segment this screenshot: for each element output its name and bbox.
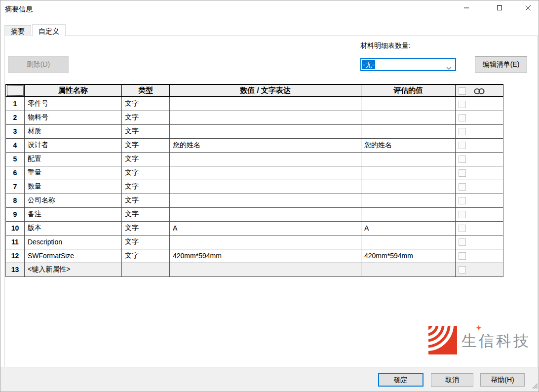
cancel-button[interactable]: 取消: [431, 373, 473, 387]
row-number-cell[interactable]: 7: [6, 180, 25, 194]
properties-table-body: 1零件号文字2物料号文字3材质文字4设计者文字您的姓名您的姓名5配置文字6重量文…: [6, 97, 503, 276]
property-value-cell[interactable]: [170, 152, 361, 166]
property-value-cell[interactable]: 您的姓名: [170, 138, 361, 152]
link-checkbox[interactable]: [459, 211, 466, 218]
property-name-cell[interactable]: SWFormatSize: [25, 249, 122, 263]
property-value-cell[interactable]: [170, 124, 361, 138]
link-checkbox[interactable]: [459, 225, 466, 232]
property-value-cell[interactable]: [170, 111, 361, 124]
row-number-cell[interactable]: 9: [6, 207, 25, 221]
property-name-cell[interactable]: 零件号: [25, 97, 122, 111]
link-checkbox[interactable]: [459, 101, 466, 108]
property-name-cell[interactable]: 物料号: [25, 111, 122, 124]
custom-tab-page: 删除(D) 材料明细表数量: -无- 编辑清单(E) 属性名称 类型: [4, 35, 538, 367]
row-number-cell[interactable]: 2: [6, 111, 25, 124]
property-value-cell[interactable]: A: [170, 221, 361, 235]
minimize-button[interactable]: [455, 0, 477, 16]
column-header-type: 类型: [122, 84, 170, 97]
row-number-cell[interactable]: 12: [6, 249, 25, 263]
link-checkbox-cell: [456, 263, 503, 276]
link-checkbox[interactable]: [459, 238, 466, 246]
table-row: 2物料号文字: [6, 111, 503, 124]
row-number-cell[interactable]: 4: [6, 138, 25, 152]
link-checkbox[interactable]: [459, 142, 466, 149]
column-header-evaluated-value: 评估的值: [361, 84, 456, 97]
property-name-cell[interactable]: 设计者: [25, 138, 122, 152]
resize-grip-icon[interactable]: [531, 382, 538, 391]
table-header-row: 属性名称 类型 数值 / 文字表达 评估的值: [6, 84, 503, 97]
property-name-cell[interactable]: 材质: [25, 124, 122, 138]
column-header-link: [456, 84, 503, 97]
link-checkbox[interactable]: [459, 183, 466, 191]
summary-info-dialog: 摘要信息 摘要 自定义 删除(D) 材料明细表数量: -无-: [0, 0, 539, 392]
property-type-cell[interactable]: 文字: [122, 138, 170, 152]
row-number-cell[interactable]: 13: [6, 263, 25, 276]
link-checkbox-cell: [456, 221, 503, 235]
property-value-cell[interactable]: [170, 194, 361, 207]
property-type-cell[interactable]: 文字: [122, 166, 170, 180]
table-row: 11Description文字: [6, 235, 503, 249]
maximize-icon: [497, 5, 502, 12]
row-number-cell[interactable]: 6: [6, 166, 25, 180]
property-type-cell[interactable]: 文字: [122, 221, 170, 235]
property-type-cell[interactable]: 文字: [122, 180, 170, 194]
close-button[interactable]: [517, 0, 539, 16]
evaluated-value-cell: [361, 152, 456, 166]
link-checkbox-cell: [456, 152, 503, 166]
property-value-cell[interactable]: [170, 207, 361, 221]
logo-mark-icon: [428, 326, 457, 356]
title-bar: 摘要信息: [0, 0, 539, 18]
close-icon: [525, 5, 531, 12]
tab-summary[interactable]: 摘要: [4, 25, 31, 36]
link-checkbox[interactable]: [459, 252, 466, 260]
property-name-cell[interactable]: 公司名称: [25, 194, 122, 207]
property-type-cell[interactable]: 文字: [122, 235, 170, 249]
link-checkbox[interactable]: [459, 156, 466, 163]
property-type-cell[interactable]: 文字: [122, 207, 170, 221]
select-all-corner-cell[interactable]: [6, 84, 25, 97]
row-number-cell[interactable]: 3: [6, 124, 25, 138]
property-name-cell[interactable]: 版本: [25, 221, 122, 235]
link-checkbox-cell: [456, 180, 503, 194]
property-value-cell[interactable]: [170, 263, 361, 276]
edit-list-button[interactable]: 编辑清单(E): [475, 56, 527, 73]
row-number-cell[interactable]: 8: [6, 194, 25, 207]
row-number-cell[interactable]: 1: [6, 97, 25, 111]
property-name-cell[interactable]: 数量: [25, 180, 122, 194]
link-checkbox[interactable]: [459, 114, 466, 121]
property-type-cell[interactable]: 文字: [122, 194, 170, 207]
link-checkbox[interactable]: [459, 128, 466, 135]
evaluated-value-cell: [361, 111, 456, 124]
property-value-cell[interactable]: [170, 180, 361, 194]
property-name-cell[interactable]: Description: [25, 235, 122, 249]
bom-quantity-select[interactable]: -无-: [360, 58, 456, 71]
property-name-cell[interactable]: 备注: [25, 207, 122, 221]
maximize-button[interactable]: [488, 0, 510, 16]
property-value-cell[interactable]: [170, 235, 361, 249]
row-number-cell[interactable]: 11: [6, 235, 25, 249]
property-type-cell[interactable]: 文字: [122, 152, 170, 166]
row-number-cell[interactable]: 5: [6, 152, 25, 166]
property-type-cell[interactable]: 文字: [122, 249, 170, 263]
delete-button[interactable]: 删除(D): [8, 56, 69, 73]
help-button[interactable]: 帮助(H): [480, 373, 525, 387]
property-name-cell[interactable]: 重量: [25, 166, 122, 180]
property-value-cell[interactable]: 420mm*594mm: [170, 249, 361, 263]
property-type-cell[interactable]: [122, 263, 170, 276]
row-number-cell[interactable]: 10: [6, 221, 25, 235]
link-checkbox[interactable]: [459, 197, 466, 204]
ok-button[interactable]: 确定: [378, 373, 424, 387]
link-all-checkbox[interactable]: [459, 87, 466, 95]
link-checkbox[interactable]: [459, 169, 466, 177]
column-header-property-name: 属性名称: [25, 84, 122, 97]
property-type-cell[interactable]: 文字: [122, 111, 170, 124]
property-type-cell[interactable]: 文字: [122, 97, 170, 111]
property-type-cell[interactable]: 文字: [122, 124, 170, 138]
table-row: 5配置文字: [6, 152, 503, 166]
property-name-cell[interactable]: 配置: [25, 152, 122, 166]
property-value-cell[interactable]: [170, 97, 361, 111]
property-value-cell[interactable]: [170, 166, 361, 180]
link-checkbox[interactable]: [459, 266, 466, 274]
tab-custom[interactable]: 自定义: [32, 24, 66, 37]
property-name-cell[interactable]: <键入新属性>: [25, 263, 122, 276]
